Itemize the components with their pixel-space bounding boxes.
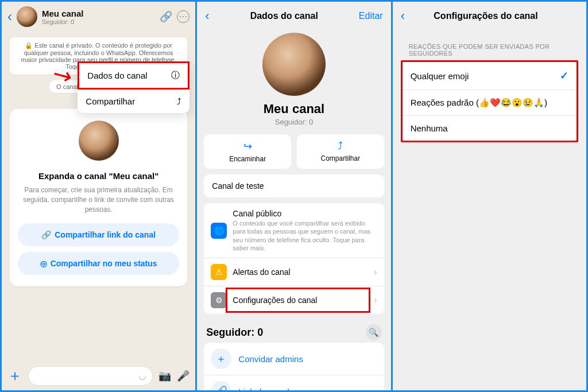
sticker-icon[interactable]: ◡ <box>138 370 146 381</box>
action-label: Compartilhar <box>320 154 360 162</box>
header-title: Configurações do canal <box>434 11 537 21</box>
share-icon: ⤴ <box>177 96 181 106</box>
highlight-annotation: Qualquer emoji ✓ Reações padrão (👍❤️😂😮😢🙏… <box>401 60 578 142</box>
attach-icon[interactable]: ＋ <box>7 366 22 386</box>
channel-avatar-small[interactable] <box>17 6 37 27</box>
link-icon[interactable]: 🔗 <box>160 10 172 23</box>
share-button[interactable]: ⤴ Compartilhar <box>297 134 384 169</box>
chat-header: ‹ Meu canal Seguidor: 0 🔗 ⋯ <box>2 2 195 32</box>
link-icon: 🔗 <box>41 230 51 239</box>
profile-block: Meu canal Seguidor: 0 <box>204 30 384 134</box>
panel-settings: ‹ Configurações do canal REAÇÕES QUE POD… <box>393 2 586 390</box>
action-label: Encaminhar <box>229 155 266 163</box>
alerts-item[interactable]: ⚠ Alertas do canal › <box>204 258 384 286</box>
settings-header: ‹ Configurações do canal <box>393 2 586 30</box>
item-title: Alertas do canal <box>233 267 368 277</box>
input-bar: ＋ ◡ 📷 🎤 <box>2 361 195 390</box>
share-icon: ⤴ <box>338 140 343 152</box>
globe-icon: 🌐 <box>211 223 227 239</box>
option-any-emoji[interactable]: Qualquer emoji ✓ <box>403 62 577 90</box>
checkmark-icon: ✓ <box>560 69 568 82</box>
alert-icon: ⚠ <box>211 264 227 280</box>
header-title: Dados do canal <box>250 11 318 21</box>
settings-list: 🌐 Canal público O conteúdo que você comp… <box>204 203 384 314</box>
plus-icon: ＋ <box>211 348 231 369</box>
option-default-reactions[interactable]: Reações padrão (👍❤️😂😮😢🙏) <box>403 90 577 116</box>
option-label: Nenhuma <box>411 123 448 133</box>
item-label: Link do canal <box>238 387 289 390</box>
panel-channel-info: ‹ Dados do canal Editar Meu canal Seguid… <box>197 2 390 390</box>
channel-title: Meu canal <box>42 9 155 18</box>
forward-button[interactable]: ↪ Encaminhar <box>204 134 291 169</box>
followers-header: Seguidor: 0 🔍 <box>204 320 384 343</box>
description-section[interactable]: Canal de teste <box>204 174 384 197</box>
settings-body: REAÇÕES QUE PODEM SER ENVIADAS POR SEGUI… <box>393 30 586 150</box>
item-title: Configurações do canal <box>233 296 368 305</box>
chat-body: ↘ Dados do canal ⓘ Compartilhar ⤴ 🔒 Este… <box>2 32 195 361</box>
search-icon[interactable]: 🔍 <box>366 324 382 340</box>
message-input[interactable]: ◡ <box>28 366 153 386</box>
reactions-section-label: REAÇÕES QUE PODEM SER ENVIADAS POR SEGUI… <box>401 38 578 60</box>
section-title: Seguidor: 0 <box>206 327 263 339</box>
option-label: Reações padrão (👍❤️😂😮😢🙏) <box>411 98 547 108</box>
card-avatar <box>79 121 119 161</box>
public-channel-item[interactable]: 🌐 Canal público O conteúdo que você comp… <box>204 203 384 258</box>
action-row: ↪ Encaminhar ⤴ Compartilhar <box>204 134 384 169</box>
menu-channel-info[interactable]: Dados do canal ⓘ <box>78 61 189 90</box>
option-none[interactable]: Nenhuma <box>403 116 577 141</box>
menu-label: Compartilhar <box>86 96 135 106</box>
share-status-button[interactable]: ◎ Compartilhar no meu status <box>18 252 179 275</box>
menu-share[interactable]: Compartilhar ⤴ <box>78 90 189 113</box>
back-icon[interactable]: ‹ <box>7 9 12 25</box>
members-list: ＋ Convidar admins 🔗 Link do canal Você <box>204 343 384 390</box>
gear-icon: ⚙ <box>211 292 227 308</box>
item-text: Canal público O conteúdo que você compar… <box>233 209 377 252</box>
channel-name: Meu canal <box>204 102 384 117</box>
back-icon[interactable]: ‹ <box>205 9 209 24</box>
button-label: Compartilhar link do canal <box>55 230 156 239</box>
panel-chat: ‹ Meu canal Seguidor: 0 🔗 ⋯ ↘ Dados do c… <box>2 2 195 390</box>
mic-icon[interactable]: 🎤 <box>177 370 189 382</box>
share-link-button[interactable]: 🔗 Compartilhar link do canal <box>18 223 179 246</box>
edit-button[interactable]: Editar <box>359 11 383 21</box>
info-header: ‹ Dados do canal Editar <box>197 2 390 30</box>
option-label: Qualquer emoji <box>411 71 469 81</box>
chevron-icon: › <box>374 267 377 277</box>
invite-admins-item[interactable]: ＋ Convidar admins <box>204 343 384 375</box>
item-title: Canal público <box>233 209 377 218</box>
follower-count: Seguidor: 0 <box>204 118 384 126</box>
reactions-options: Qualquer emoji ✓ Reações padrão (👍❤️😂😮😢🙏… <box>403 62 577 141</box>
expand-card: Expanda o canal "Meu canal" Para começar… <box>10 109 187 286</box>
item-label: Convidar admins <box>238 354 303 364</box>
info-body: Meu canal Seguidor: 0 ↪ Encaminhar ⤴ Com… <box>197 30 390 390</box>
channel-link-item[interactable]: 🔗 Link do canal <box>204 375 384 390</box>
info-icon: ⓘ <box>171 70 180 81</box>
back-icon[interactable]: ‹ <box>401 9 405 24</box>
channel-settings-item[interactable]: ⚙ Configurações do canal › <box>204 286 384 314</box>
link-icon: 🔗 <box>211 381 231 390</box>
card-title: Expanda o canal "Meu canal" <box>18 171 179 181</box>
menu-label: Dados do canal <box>87 71 147 80</box>
more-icon[interactable]: ⋯ <box>177 10 189 23</box>
header-title-block[interactable]: Meu canal Seguidor: 0 <box>42 9 155 25</box>
button-label: Compartilhar no meu status <box>51 259 157 268</box>
camera-icon[interactable]: 📷 <box>158 370 171 382</box>
follower-count: Seguidor: 0 <box>42 18 155 25</box>
status-icon: ◎ <box>40 259 47 268</box>
forward-icon: ↪ <box>243 140 252 153</box>
chevron-icon: › <box>374 295 377 305</box>
channel-avatar-large[interactable] <box>262 33 326 96</box>
card-desc: Para começar, crie sua primeira atualiza… <box>18 185 179 214</box>
item-subtitle: O conteúdo que você compartilhar será ex… <box>233 219 377 252</box>
header-dropdown: Dados do canal ⓘ Compartilhar ⤴ <box>78 61 189 113</box>
